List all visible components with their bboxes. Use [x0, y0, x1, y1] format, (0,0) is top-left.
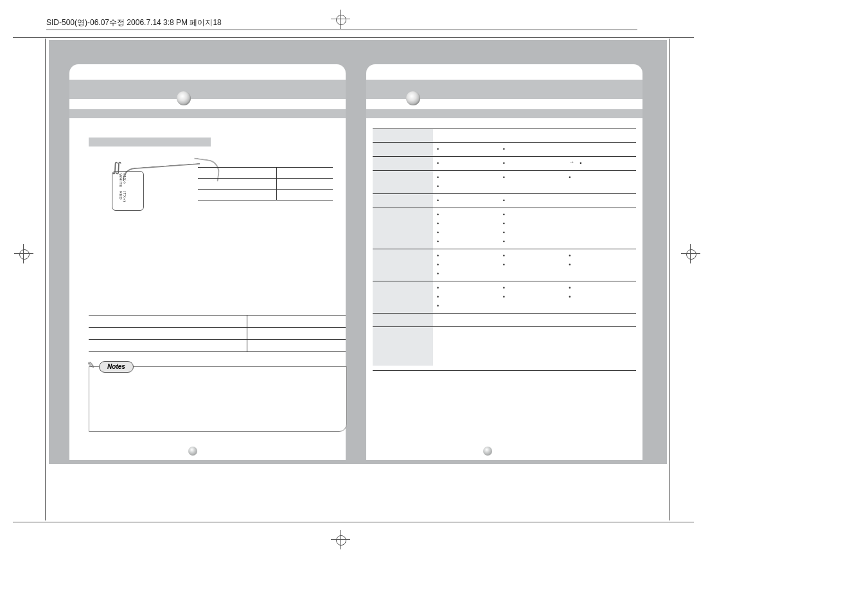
spec-item	[437, 292, 500, 301]
table-row-label	[373, 327, 433, 366]
spec-item	[503, 260, 567, 269]
page-left: ∬ WHITE (TX-) RED (TX+) ✎	[69, 64, 346, 460]
spec-item	[503, 210, 567, 219]
spec-item	[437, 219, 500, 228]
spec-item	[503, 173, 567, 182]
left-section-heading	[89, 138, 211, 147]
wire-label-red: RED (TX+)	[119, 191, 151, 203]
spec-item	[437, 260, 500, 269]
spec-item	[437, 301, 500, 310]
spec-item	[503, 283, 567, 292]
table-row-label	[373, 129, 433, 142]
trim-left	[45, 39, 46, 520]
spec-item	[580, 159, 581, 168]
table-row-label	[373, 314, 433, 326]
register-left	[14, 244, 33, 263]
spec-item	[503, 228, 567, 237]
spec-item	[503, 145, 567, 154]
file-header-text: SID-500(영)-06.07수정 2006.7.14 3:8 PM 페이지1…	[46, 17, 222, 28]
spec-item	[503, 219, 567, 228]
notes-box	[89, 366, 347, 432]
left-sub-bar	[69, 109, 346, 118]
trim-top	[13, 37, 694, 38]
trim-right	[669, 39, 670, 520]
register-top	[331, 10, 350, 29]
page-right	[366, 64, 642, 460]
spec-item	[569, 260, 632, 269]
spec-item	[503, 251, 567, 260]
big-table	[89, 315, 346, 352]
register-right	[681, 244, 700, 263]
spec-item	[569, 292, 632, 301]
spec-item	[437, 228, 500, 237]
table-row-label	[373, 249, 433, 281]
spec-item	[437, 182, 500, 191]
spec-item	[503, 292, 567, 301]
spec-item	[503, 196, 567, 205]
right-title-sphere	[406, 91, 420, 105]
spec-item	[503, 159, 567, 168]
spec-item	[437, 251, 500, 260]
table-row-label	[373, 194, 433, 208]
spec-item	[503, 237, 567, 246]
table-row-label	[373, 208, 433, 249]
spec-item	[569, 283, 632, 292]
spec-item	[437, 237, 500, 246]
spec-item	[437, 283, 500, 292]
spec-item	[437, 269, 500, 278]
canvas: { "header": { "filename": "SID-500(영)-06…	[0, 0, 868, 613]
register-bottom	[331, 530, 350, 549]
notes-icon: ✎	[87, 360, 98, 374]
arrow-icon	[569, 159, 574, 168]
mini-table	[198, 167, 333, 200]
notes-label: Notes	[99, 361, 134, 373]
trim-bottom	[13, 522, 694, 522]
spec-item	[437, 210, 500, 219]
page-number-dot-right	[483, 447, 492, 456]
connector-diagram: ∬ WHITE (TX-) RED (TX+)	[96, 159, 193, 203]
spec-item	[569, 173, 632, 182]
left-title-sphere	[177, 91, 191, 105]
wire-label-white: WHITE (TX-)	[119, 173, 151, 188]
table-row-label	[373, 281, 433, 313]
spec-table	[373, 129, 636, 371]
right-sub-bar	[366, 109, 642, 118]
table-row-label	[373, 171, 433, 193]
spec-item	[437, 173, 500, 182]
spec-item	[437, 196, 500, 205]
table-row-label	[373, 157, 433, 170]
spec-item	[437, 145, 500, 154]
left-title-bar	[69, 80, 346, 99]
page-number-dot-left	[188, 447, 197, 456]
table-row-label	[373, 143, 433, 156]
spec-item	[437, 159, 500, 168]
spec-item	[569, 251, 632, 260]
